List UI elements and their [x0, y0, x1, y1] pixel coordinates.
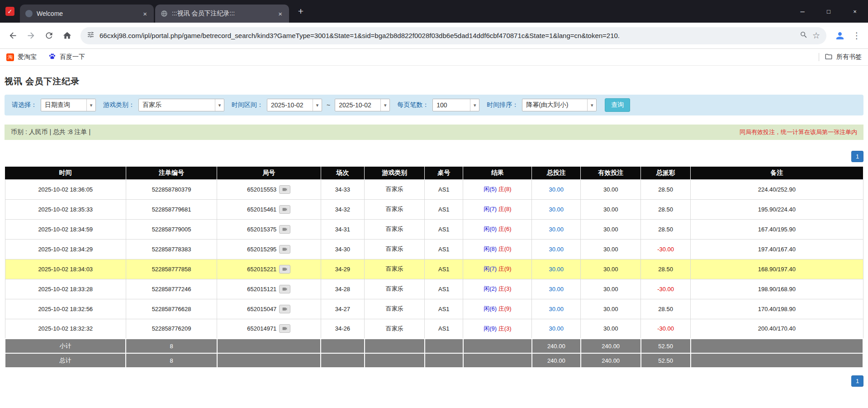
video-replay-icon[interactable] [279, 225, 290, 234]
site-settings-icon[interactable] [87, 31, 95, 40]
chevron-down-icon[interactable]: ▾ [470, 99, 479, 111]
cell-time: 2025-10-02 18:32:56 [5, 299, 126, 319]
cell-game: 百家乐 [365, 219, 425, 239]
page-1-button[interactable]: 1 [851, 375, 863, 387]
video-replay-icon[interactable] [279, 265, 290, 274]
cell-round: 652015221 [217, 259, 321, 279]
cell-round: 652015553 [217, 179, 321, 199]
app-check-icon: ✓ [5, 7, 14, 16]
cell-payout: 28.50 [641, 219, 691, 239]
tab-close-icon[interactable]: × [277, 10, 284, 18]
cell-valid-bet: 30.00 [581, 219, 641, 239]
subtotal-label: 小计 [5, 339, 126, 353]
subtotal-payout: 52.50 [641, 339, 691, 353]
date-mode-select[interactable]: 日期查询 ▾ [41, 99, 96, 111]
cell-round: 652015047 [217, 299, 321, 319]
video-replay-icon[interactable] [279, 285, 290, 293]
game-type-select[interactable]: 百家乐 ▾ [138, 99, 224, 111]
cell-valid-bet: 30.00 [581, 199, 641, 219]
bookmark-taobao[interactable]: 淘 爱淘宝 [6, 53, 37, 61]
tab-betrecord[interactable]: :::视讯 会员下注纪录::: × [155, 5, 289, 23]
cell-total-bet: 30.00 [532, 219, 581, 239]
bookmark-label: 爱淘宝 [18, 53, 37, 61]
cell-session: 34-26 [321, 319, 365, 339]
tab-close-icon[interactable]: × [142, 10, 148, 18]
back-button[interactable] [5, 28, 21, 44]
total-row: 总计 8 240.00 240.00 52.50 [5, 353, 863, 368]
cell-result: 闲(9) 庄(3) [463, 319, 532, 339]
tab-title: :::视讯 会员下注纪录::: [172, 10, 273, 18]
address-bar[interactable]: 66cxkj98.com/ipl/portal.php/game/betreco… [81, 27, 826, 44]
cell-valid-bet: 30.00 [581, 299, 641, 319]
sort-order-select[interactable]: 降幂(由大到小) ▾ [522, 99, 597, 111]
select-value: 百家乐 [139, 101, 215, 109]
round-id: 652015047 [247, 306, 276, 312]
cell-bet-id: 522858779681 [126, 199, 217, 219]
chevron-down-icon[interactable]: ▾ [313, 99, 322, 111]
video-replay-icon[interactable] [279, 185, 290, 194]
header-remark: 备注 [691, 167, 863, 179]
globe-icon [161, 10, 168, 17]
cell-payout: 28.50 [641, 199, 691, 219]
taobao-icon: 淘 [6, 53, 14, 61]
result-banker: 庄(8) [498, 206, 512, 212]
all-bookmarks-button[interactable]: 所有书签 [825, 53, 862, 62]
cell-result: 闲(5) 庄(8) [463, 179, 532, 199]
page-1-button[interactable]: 1 [851, 151, 863, 162]
chevron-down-icon[interactable]: ▾ [215, 99, 224, 111]
total-bet-link[interactable]: 30.00 [549, 246, 564, 253]
new-tab-button[interactable]: + [294, 5, 308, 18]
video-replay-icon[interactable] [279, 245, 290, 254]
total-bet-link[interactable]: 30.00 [549, 226, 564, 233]
profile-avatar[interactable] [832, 28, 848, 44]
reload-button[interactable] [41, 28, 57, 44]
chevron-down-icon[interactable]: ▾ [380, 99, 389, 111]
cell-remark: 197.40/167.40 [691, 239, 863, 259]
chevron-down-icon[interactable]: ▾ [587, 99, 596, 111]
round-id: 652015295 [247, 246, 276, 253]
total-payout: 52.50 [641, 353, 691, 368]
page-size-select[interactable]: 100 ▾ [432, 99, 479, 111]
chevron-down-icon[interactable]: ▾ [86, 99, 95, 111]
zoom-icon[interactable] [800, 31, 807, 40]
video-replay-icon[interactable] [279, 205, 290, 214]
cell-table-no: AS1 [425, 199, 463, 219]
cell-game: 百家乐 [365, 199, 425, 219]
total-bet-link[interactable]: 30.00 [549, 266, 564, 273]
browser-menu-icon[interactable]: ⋮ [850, 30, 863, 41]
bookmark-baidu[interactable]: 百度一下 [48, 53, 85, 62]
total-bet-link[interactable]: 30.00 [549, 325, 564, 332]
total-bet-link[interactable]: 30.00 [549, 286, 564, 293]
select-value: 2025-10-02 [335, 101, 380, 109]
cell-payout: -30.00 [641, 319, 691, 339]
cell-game: 百家乐 [365, 319, 425, 339]
cell-total-bet: 30.00 [532, 199, 581, 219]
cell-payout: -30.00 [641, 239, 691, 259]
total-bet-link[interactable]: 30.00 [549, 206, 564, 213]
date-to-select[interactable]: 2025-10-02 ▾ [335, 99, 390, 111]
round-id: 652015461 [247, 206, 276, 213]
cell-bet-id: 522858779005 [126, 219, 217, 239]
forward-button[interactable] [23, 28, 39, 44]
close-button[interactable]: × [842, 0, 868, 23]
video-replay-icon[interactable] [279, 305, 290, 313]
summary-note: 同局有效投注，统一计算在该局第一张注单内 [740, 128, 857, 136]
tab-welcome[interactable]: Welcome × [20, 5, 154, 23]
table-row: 2025-10-02 18:34:03 522858777858 6520152… [5, 259, 863, 279]
video-replay-icon[interactable] [279, 324, 290, 333]
cell-result: 闲(7) 庄(8) [463, 199, 532, 219]
minimize-button[interactable]: ─ [789, 0, 816, 23]
cell-valid-bet: 30.00 [581, 279, 641, 299]
home-button[interactable] [59, 28, 75, 44]
round-id: 652014971 [247, 325, 276, 332]
cell-round: 652015121 [217, 279, 321, 299]
total-bet-link[interactable]: 30.00 [549, 186, 564, 193]
bookmark-star-icon[interactable]: ☆ [812, 30, 820, 41]
search-button[interactable]: 查询 [605, 98, 630, 112]
total-bet-link[interactable]: 30.00 [549, 306, 564, 312]
date-from-select[interactable]: 2025-10-02 ▾ [267, 99, 322, 111]
total-total-bet: 240.00 [532, 353, 581, 368]
header-payout: 总派彩 [641, 167, 691, 179]
subtotal-row: 小计 8 240.00 240.00 52.50 [5, 339, 863, 353]
maximize-button[interactable]: □ [816, 0, 842, 23]
